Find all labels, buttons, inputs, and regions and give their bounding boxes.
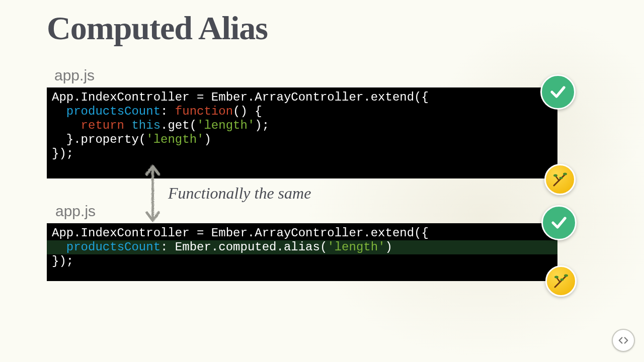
code-line-highlighted: productsCount: Ember.computed.alias('len… [47,240,557,254]
code-line: }); [52,254,73,268]
code-line: }); [52,147,73,160]
branch-icon [545,265,577,297]
code-nav-icon[interactable] [612,329,635,352]
svg-point-4 [554,276,558,279]
annotation-text: Functionally the same [168,184,311,203]
svg-point-6 [560,279,564,281]
code-block-2: App.IndexController = Ember.ArrayControl… [47,223,557,281]
svg-point-5 [564,275,568,277]
svg-point-1 [553,174,557,177]
filename-label-2: app.js [55,203,96,220]
code-line: App.IndexController = Ember.ArrayControl… [52,226,429,240]
filename-label-1: app.js [54,67,95,84]
slide-title: Computed Alias [47,9,268,47]
svg-point-3 [559,177,563,179]
check-icon [541,205,577,240]
code-line: App.IndexController = Ember.ArrayControl… [52,90,429,104]
check-icon [540,74,576,110]
svg-point-2 [563,173,567,175]
code-block-1: App.IndexController = Ember.ArrayControl… [47,87,557,178]
code-line: }.property('length') [52,133,211,146]
code-line: return this.get('length'); [52,119,269,132]
branch-icon [544,164,576,195]
code-line: productsCount: function() { [52,105,262,118]
